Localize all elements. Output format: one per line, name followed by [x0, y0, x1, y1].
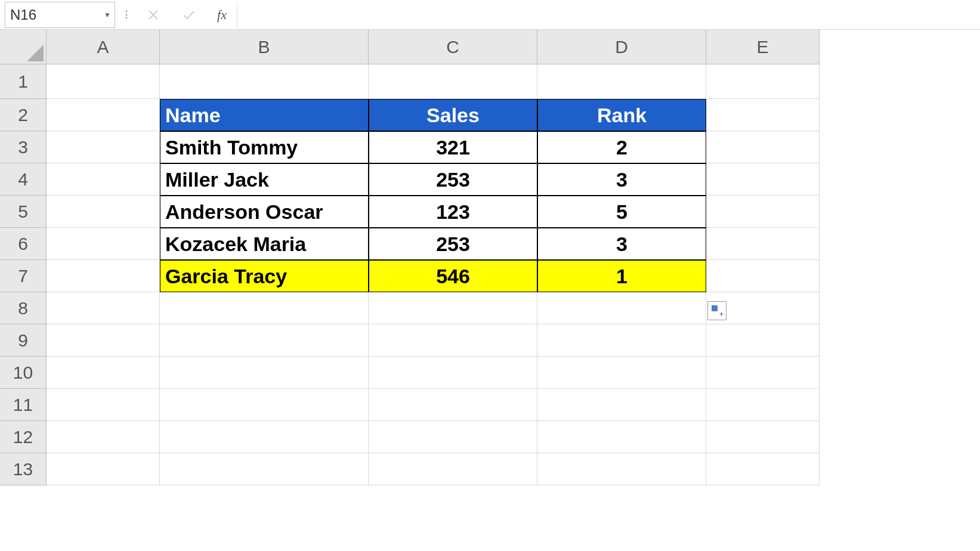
row-header-10[interactable]: 10 [0, 357, 47, 389]
separator-icon: ⋮ [118, 2, 135, 28]
cell-E3[interactable] [706, 131, 820, 163]
cell-D12[interactable] [537, 421, 706, 453]
cell-D3[interactable]: 2 [537, 131, 706, 163]
cell-C7[interactable]: 546 [369, 260, 537, 292]
table-row [47, 357, 820, 389]
cell-E11[interactable] [706, 389, 820, 421]
cell-C13[interactable] [369, 453, 537, 485]
cell-C10[interactable] [369, 357, 537, 389]
cell-D8[interactable] [537, 292, 706, 324]
cell-C11[interactable] [369, 389, 537, 421]
cell-E10[interactable] [706, 357, 820, 389]
cell-B6[interactable]: Kozacek Maria [160, 228, 369, 260]
cell-E5[interactable] [706, 196, 820, 228]
cell-B2[interactable]: Name [160, 99, 369, 131]
enter-button[interactable] [171, 2, 207, 28]
cell-B3[interactable]: Smith Tommy [160, 131, 369, 163]
cell-A12[interactable] [47, 421, 160, 453]
name-box[interactable]: N16 ▼ [5, 2, 115, 28]
formula-input[interactable] [237, 2, 980, 28]
cell-A8[interactable] [47, 292, 160, 324]
cell-B11[interactable] [160, 389, 369, 421]
cell-A7[interactable] [47, 260, 160, 292]
cell-E1[interactable] [706, 64, 820, 99]
cell-A6[interactable] [47, 228, 160, 260]
cell-A13[interactable] [47, 453, 160, 485]
cell-A10[interactable] [47, 357, 160, 389]
cell-D5[interactable]: 5 [537, 196, 706, 228]
cell-A5[interactable] [47, 196, 160, 228]
cell-B9[interactable] [160, 324, 369, 357]
cell-E13[interactable] [706, 453, 820, 485]
cell-B12[interactable] [160, 421, 369, 453]
column-header-D[interactable]: D [537, 30, 706, 64]
cell-D9[interactable] [537, 324, 706, 357]
cell-B10[interactable] [160, 357, 369, 389]
cell-E7[interactable] [706, 260, 820, 292]
row-header-4[interactable]: 4 [0, 163, 47, 196]
cell-D11[interactable] [537, 389, 706, 421]
column-header-C[interactable]: C [369, 30, 537, 64]
cell-C1[interactable] [369, 64, 537, 99]
column-header-A[interactable]: A [47, 30, 160, 64]
row-header-6[interactable]: 6 [0, 228, 47, 260]
row-header-2[interactable]: 2 [0, 99, 47, 131]
cell-B13[interactable] [160, 453, 369, 485]
cell-A3[interactable] [47, 131, 160, 163]
cell-A9[interactable] [47, 324, 160, 357]
cell-C3[interactable]: 321 [369, 131, 537, 163]
cell-E12[interactable] [706, 421, 820, 453]
cell-A11[interactable] [47, 389, 160, 421]
row-header-13[interactable]: 13 [0, 453, 47, 485]
cell-E6[interactable] [706, 228, 820, 260]
cell-E9[interactable] [706, 324, 820, 357]
table-row [47, 453, 820, 485]
row-header-1[interactable]: 1 [0, 64, 47, 99]
cell-C8[interactable] [369, 292, 537, 324]
cell-C12[interactable] [369, 421, 537, 453]
table-row: Miller Jack2533 [47, 163, 820, 196]
fx-label[interactable]: fx [207, 2, 237, 28]
cell-A2[interactable] [47, 99, 160, 131]
cell-E2[interactable] [706, 99, 820, 131]
cell-B8[interactable] [160, 292, 369, 324]
auto-fill-options-button[interactable] [707, 301, 727, 320]
cell-D10[interactable] [537, 357, 706, 389]
chevron-down-icon[interactable]: ▼ [104, 11, 111, 19]
column-header-B[interactable]: B [160, 30, 369, 64]
cell-D7[interactable]: 1 [537, 260, 706, 292]
cell-A4[interactable] [47, 163, 160, 196]
cell-E4[interactable] [706, 163, 820, 196]
row-header-9[interactable]: 9 [0, 324, 47, 357]
cell-D4[interactable]: 3 [537, 163, 706, 196]
cell-C2[interactable]: Sales [369, 99, 537, 131]
cell-C9[interactable] [369, 324, 537, 357]
cell-C6[interactable]: 253 [369, 228, 537, 260]
cell-C4[interactable]: 253 [369, 163, 537, 196]
table-row [47, 389, 820, 421]
row-header-11[interactable]: 11 [0, 389, 47, 421]
cells-grid[interactable]: NameSalesRankSmith Tommy3212Miller Jack2… [47, 64, 820, 485]
cell-D2[interactable]: Rank [537, 99, 706, 131]
cell-C5[interactable]: 123 [369, 196, 537, 228]
table-row: NameSalesRank [47, 99, 820, 131]
row-header-12[interactable]: 12 [0, 421, 47, 453]
cancel-button[interactable] [135, 2, 171, 28]
cell-D13[interactable] [537, 453, 706, 485]
cell-A1[interactable] [47, 64, 160, 99]
row-header-7[interactable]: 7 [0, 260, 47, 292]
table-row [47, 292, 820, 324]
select-all-corner[interactable] [0, 30, 47, 64]
row-header-3[interactable]: 3 [0, 131, 47, 163]
cell-B7[interactable]: Garcia Tracy [160, 260, 369, 292]
cell-B1[interactable] [160, 64, 369, 99]
close-icon [147, 9, 159, 21]
column-header-E[interactable]: E [706, 30, 820, 64]
table-row [47, 421, 820, 453]
row-header-5[interactable]: 5 [0, 196, 47, 228]
cell-D6[interactable]: 3 [537, 228, 706, 260]
cell-D1[interactable] [537, 64, 706, 99]
cell-B5[interactable]: Anderson Oscar [160, 196, 369, 228]
cell-B4[interactable]: Miller Jack [160, 163, 369, 196]
row-header-8[interactable]: 8 [0, 292, 47, 324]
